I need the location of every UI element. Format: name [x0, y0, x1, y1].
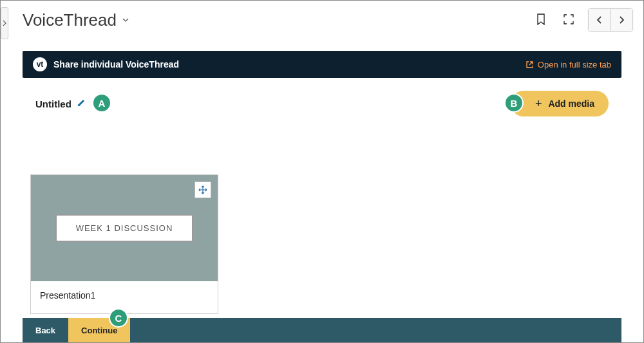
page-title: VoiceThread	[23, 10, 117, 30]
media-card[interactable]: WEEK 1 DISCUSSION Presentation1	[30, 174, 218, 314]
move-handle[interactable]	[194, 181, 211, 198]
bookmark-button[interactable]	[533, 10, 549, 31]
media-thumbnail: WEEK 1 DISCUSSION	[31, 175, 218, 281]
prev-button[interactable]	[589, 9, 611, 31]
next-button[interactable]	[611, 9, 632, 31]
bookmark-icon	[536, 14, 545, 25]
annotation-marker-c: C	[109, 308, 128, 328]
document-title: Untitled	[35, 98, 71, 109]
plus-icon: +	[535, 97, 542, 111]
page-title-dropdown[interactable]: VoiceThread	[23, 10, 129, 30]
thumbnail-title: WEEK 1 DISCUSSION	[55, 214, 194, 242]
topbar: VoiceThread	[12, 1, 643, 39]
vt-logo-badge: vt	[33, 57, 47, 71]
media-caption: Presentation1	[31, 281, 218, 313]
chevron-left-icon	[596, 15, 603, 24]
nav-button-group	[588, 8, 633, 32]
chevron-right-icon	[618, 15, 625, 24]
open-full-size-label: Open in full size tab	[538, 60, 611, 70]
expand-icon	[564, 14, 574, 24]
chevron-right-icon	[3, 20, 6, 26]
move-icon	[198, 185, 207, 194]
pencil-icon	[77, 98, 86, 107]
edit-title-button[interactable]	[77, 98, 86, 109]
add-media-button[interactable]: + Add media	[511, 91, 609, 116]
share-label: Share individual VoiceThread	[53, 59, 179, 70]
open-full-size-link[interactable]: Open in full size tab	[526, 60, 611, 70]
share-header-bar: vt Share individual VoiceThread Open in …	[23, 51, 621, 78]
back-button[interactable]: Back	[23, 318, 68, 342]
chevron-down-icon	[122, 16, 129, 24]
fullscreen-button[interactable]	[560, 10, 578, 30]
left-collapse-handle[interactable]	[1, 7, 8, 39]
add-media-label: Add media	[548, 98, 594, 109]
external-link-icon	[526, 60, 534, 69]
topbar-right	[533, 8, 633, 32]
annotation-marker-a: A	[92, 93, 111, 113]
annotation-marker-b: B	[504, 93, 524, 113]
